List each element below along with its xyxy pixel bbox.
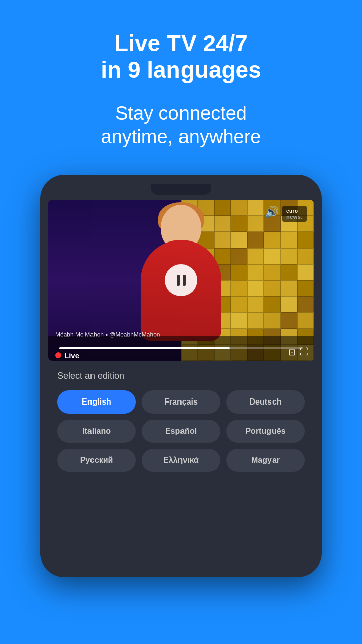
language-grid: EnglishFrançaisDeutschItalianoEspañolPor…: [57, 390, 305, 472]
progress-fill: [59, 347, 230, 349]
picture-in-picture-icon[interactable]: ⛶: [300, 347, 309, 357]
header-section: Live TV 24/7 in 9 languages Stay connect…: [80, 0, 282, 165]
language-button-français[interactable]: Français: [142, 390, 220, 414]
player-controls: ⊡ ⛶: [288, 347, 309, 358]
live-badge: Live: [55, 351, 79, 360]
fullscreen-icon[interactable]: ⊡: [288, 347, 296, 358]
language-button-русский[interactable]: Русский: [57, 449, 136, 472]
language-button-english[interactable]: English: [57, 390, 136, 414]
phone-container: euro news. 🔊 Méabh Mc Mahon ▪ @MeabhMcMa…: [40, 175, 322, 577]
phone-shell: euro news. 🔊 Méabh Mc Mahon ▪ @MeabhMcMa…: [40, 175, 322, 577]
language-button-português[interactable]: Português: [226, 420, 305, 443]
screen-content: Select an edition EnglishFrançaisDeutsch…: [48, 361, 314, 487]
progress-bar[interactable]: [59, 347, 303, 349]
pause-button[interactable]: [165, 264, 197, 296]
volume-icon[interactable]: 🔊: [265, 206, 279, 219]
edition-selector: Select an edition EnglishFrançaisDeutsch…: [48, 361, 314, 487]
language-button-magyar[interactable]: Magyar: [226, 449, 305, 472]
language-button-español[interactable]: Español: [142, 420, 220, 443]
phone-notch: [151, 184, 211, 195]
language-button-deutsch[interactable]: Deutsch: [226, 390, 305, 414]
language-button-ελληνικά[interactable]: Ελληνικά: [142, 449, 220, 472]
headline: Live TV 24/7 in 9 languages: [101, 30, 261, 84]
language-button-italiano[interactable]: Italiano: [57, 420, 136, 443]
pause-bar-right: [183, 275, 186, 286]
edition-title: Select an edition: [57, 371, 305, 381]
video-player[interactable]: euro news. 🔊 Méabh Mc Mahon ▪ @MeabhMcMa…: [48, 200, 314, 361]
page-wrapper: Live TV 24/7 in 9 languages Stay connect…: [0, 0, 362, 644]
live-label: Live: [64, 351, 79, 360]
euronews-logo: euro news.: [282, 206, 307, 222]
subheadline: Stay connected anytime, anywhere: [101, 102, 261, 149]
pause-bar-left: [177, 275, 180, 286]
live-dot: [55, 352, 61, 358]
pause-icon: [177, 275, 186, 286]
